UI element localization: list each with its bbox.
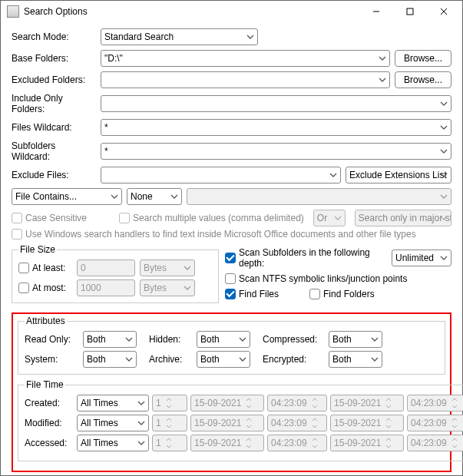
chevron-down-icon: [379, 55, 386, 62]
at-least-checkbox[interactable]: [18, 263, 29, 273]
find-files-checkbox[interactable]: [225, 289, 236, 299]
at-least-label: At least:: [32, 263, 65, 273]
read-only-select[interactable]: Both: [83, 331, 137, 348]
chevron-down-icon: [440, 193, 448, 200]
archive-select[interactable]: Both: [197, 351, 250, 368]
archive-label: Archive:: [149, 354, 192, 365]
chevron-down-icon: [371, 336, 379, 343]
exclude-extensions-select[interactable]: Exclude Extensions List: [346, 167, 451, 183]
case-sensitive-checkbox[interactable]: [12, 213, 22, 223]
accessed-from-time[interactable]: 04:23:09: [267, 435, 327, 451]
win-handlers-checkbox[interactable]: [12, 229, 22, 240]
scan-ntfs-label: Scan NTFS symbolic links/junction points: [239, 273, 407, 284]
system-select[interactable]: Both: [83, 351, 137, 368]
find-folders-checkbox[interactable]: [309, 289, 320, 299]
modified-from-date[interactable]: 15-09-2021: [190, 415, 264, 431]
at-most-checkbox[interactable]: [18, 283, 29, 293]
chevron-down-icon: [137, 399, 145, 407]
chevron-down-icon: [125, 355, 133, 363]
minimize-button[interactable]: [359, 1, 393, 22]
browse-excluded-button[interactable]: Browse...: [395, 71, 451, 88]
created-from-time[interactable]: 04:23:09: [267, 395, 327, 412]
at-least-input[interactable]: 0: [77, 259, 135, 276]
accessed-count-spin[interactable]: 1: [152, 435, 187, 451]
chevron-down-icon: [440, 171, 448, 179]
chevron-down-icon: [111, 193, 118, 200]
system-label: System:: [25, 354, 78, 365]
modified-count-spin[interactable]: 1: [152, 415, 187, 431]
modified-mode-select[interactable]: All Times: [77, 415, 149, 431]
scan-depth-select[interactable]: Unlimited: [392, 250, 451, 266]
subfolders-wildcard-combo[interactable]: *: [101, 143, 451, 160]
or-value: Or: [317, 213, 327, 223]
accessed-to-date[interactable]: 15-09-2021: [330, 435, 404, 451]
base-folders-label: Base Folders:: [12, 53, 96, 64]
maximize-button[interactable]: [393, 1, 427, 22]
file-time-legend: File Time: [25, 379, 65, 390]
at-most-unit-select[interactable]: Bytes: [140, 279, 195, 296]
chevron-down-icon: [440, 100, 448, 107]
or-select[interactable]: Or: [313, 210, 346, 226]
accessed-mode-select[interactable]: All Times: [77, 435, 149, 451]
at-least-unit-select[interactable]: Bytes: [140, 259, 195, 276]
files-wildcard-value: *: [104, 122, 108, 133]
subfolders-wildcard-label: Subfolders Wildcard:: [12, 140, 96, 162]
modified-to-time[interactable]: 04:23:09: [407, 415, 463, 431]
chevron-down-icon: [246, 33, 254, 41]
multi-values-label: Search multiple values (comma delimited): [133, 213, 304, 223]
read-only-label: Read Only:: [25, 334, 78, 345]
search-mode-label: Search Mode:: [12, 31, 96, 42]
scan-subfolders-checkbox[interactable]: [225, 253, 236, 263]
exclude-files-combo[interactable]: [101, 167, 341, 183]
close-button[interactable]: [427, 1, 461, 22]
chevron-down-icon: [184, 264, 191, 272]
scan-subfolders-label: Scan Subfolders in the following depth:: [239, 247, 384, 269]
win-handlers-label: Use Windows search handlers to find text…: [25, 229, 416, 240]
chevron-down-icon: [440, 214, 448, 222]
created-label: Created:: [25, 398, 74, 408]
chevron-down-icon: [125, 336, 133, 343]
files-wildcard-combo[interactable]: *: [101, 119, 451, 136]
major-streams-select[interactable]: Search only in major stre: [355, 210, 451, 226]
encrypted-select[interactable]: Both: [329, 351, 382, 368]
encrypted-label: Encrypted:: [263, 354, 324, 365]
created-mode-select[interactable]: All Times: [77, 395, 149, 412]
compressed-label: Compressed:: [263, 334, 324, 345]
search-mode-select[interactable]: Standard Search: [101, 28, 258, 45]
base-folders-combo[interactable]: "D:\": [101, 50, 390, 67]
include-only-combo[interactable]: [101, 95, 451, 112]
compressed-select[interactable]: Both: [329, 331, 382, 348]
include-only-label: Include Only Folders:: [12, 93, 96, 114]
file-contains-mode-select[interactable]: File Contains...: [12, 188, 122, 205]
chevron-down-icon: [329, 171, 337, 179]
exclude-extensions-value: Exclude Extensions List: [349, 170, 447, 180]
file-contains-match-select[interactable]: None: [127, 188, 182, 205]
attributes-legend: Attributes: [25, 316, 67, 326]
chevron-down-icon: [371, 355, 379, 363]
modified-from-time[interactable]: 04:23:09: [267, 415, 327, 431]
scan-ntfs-checkbox[interactable]: [225, 273, 236, 284]
created-count-spin[interactable]: 1: [152, 395, 187, 412]
multi-values-checkbox[interactable]: [119, 213, 130, 223]
created-to-time[interactable]: 04:23:09: [407, 395, 463, 412]
accessed-from-date[interactable]: 15-09-2021: [190, 435, 264, 451]
browse-base-button[interactable]: Browse...: [395, 50, 451, 67]
case-sensitive-label: Case Sensitive: [25, 213, 87, 223]
window-title: Search Options: [24, 6, 359, 17]
excluded-folders-label: Excluded Folders:: [12, 74, 96, 85]
files-wildcard-label: Files Wildcard:: [12, 122, 96, 133]
at-most-input[interactable]: 1000: [77, 279, 135, 296]
search-mode-value: Standard Search: [104, 31, 174, 42]
exclude-files-label: Exclude Files:: [12, 170, 96, 180]
created-to-date[interactable]: 15-09-2021: [330, 395, 404, 412]
accessed-to-time[interactable]: 04:23:09: [407, 435, 463, 451]
accessed-label: Accessed:: [25, 438, 74, 448]
created-from-date[interactable]: 15-09-2021: [190, 395, 264, 412]
find-folders-label: Find Folders: [323, 289, 375, 299]
app-icon: [7, 5, 19, 18]
hidden-select[interactable]: Both: [197, 331, 250, 348]
excluded-folders-combo[interactable]: [101, 71, 390, 88]
file-contains-text-input[interactable]: [187, 188, 451, 205]
modified-to-date[interactable]: 15-09-2021: [330, 415, 404, 431]
hidden-label: Hidden:: [149, 334, 192, 345]
